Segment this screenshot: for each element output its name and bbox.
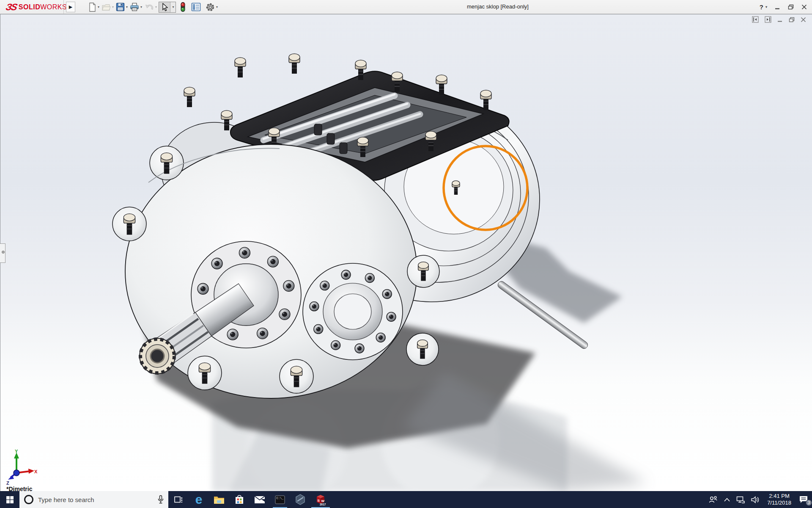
performance-button[interactable] [180,1,186,13]
tray-overflow-button[interactable] [723,498,731,502]
command-prompt-button[interactable]: C:\_ [270,491,290,508]
open-button[interactable]: ▾ [101,3,114,12]
hexagon-app-button[interactable] [290,491,310,508]
solidworks-taskbar-button[interactable]: S W 2017 [310,491,331,508]
taskbar: Type here to search e [0,491,812,508]
hexagon-app-icon [295,494,305,505]
cover-bolt [235,58,246,77]
options-button[interactable]: ▾ [205,2,218,12]
taskbar-search-box[interactable]: Type here to search [19,491,168,508]
new-document-button[interactable]: ▾ [88,2,100,12]
svg-text:2017: 2017 [320,502,326,505]
new-document-icon [88,3,96,12]
select-tool-dropdown[interactable]: ▾ [170,2,176,12]
solidworks-logo: ЗS SOLIDWORKS [6,1,67,13]
file-explorer-button[interactable] [209,491,229,508]
cover-bolt [289,54,300,74]
window-title: menjac sklop [Read-only] [467,3,529,10]
mail-icon [254,496,265,504]
print-button[interactable]: ▾ [129,2,143,12]
clock-date: 7/11/2018 [767,500,791,506]
solidworks-app-icon: S W 2017 [315,494,326,505]
graphics-viewport[interactable]: Y X Z *Dimetric [0,14,812,491]
bearing-hub-secondary [303,263,403,360]
cortana-icon [24,494,34,505]
quick-access-toolbar: ▾ ▾ ▾ [88,1,218,13]
performance-traffic-light-icon [180,2,186,12]
menu-flyout-button[interactable]: ▶ [66,2,75,12]
help-button[interactable]: ?▾ [760,3,767,11]
network-button[interactable] [735,496,746,503]
gearbox-3d-model[interactable] [0,14,812,491]
titlebar: ЗS SOLIDWORKS ▶ ▾ ▾ ▾ [0,0,812,14]
divider [63,0,64,14]
mail-button[interactable] [250,491,270,508]
undo-button[interactable]: ▾ [144,3,157,12]
cover-bolt [184,87,195,107]
notification-badge: 3 [806,500,812,506]
search-placeholder: Type here to search [38,496,153,503]
close-button[interactable] [801,4,807,10]
chevron-up-icon [724,498,730,502]
edge-icon: e [195,493,203,506]
microphone-icon [157,495,164,504]
windows-logo-icon [6,496,14,503]
store-icon [235,494,244,505]
clock[interactable]: 2:41 PM 7/11/2018 [765,493,794,506]
cover-bolt [480,90,491,110]
save-button[interactable]: ▾ [115,2,128,12]
start-button[interactable] [0,491,19,508]
options-gear-icon [206,3,215,12]
people-button[interactable] [707,496,719,503]
triad-x-label: X [34,469,38,474]
clock-time: 2:41 PM [769,493,789,499]
print-icon [130,3,139,11]
select-cursor-icon [161,3,168,11]
action-center-button[interactable]: 3 [798,495,809,504]
properties-list-icon [191,3,201,11]
window-controls: ?▾ [760,0,807,14]
triad-z-label: Z [6,480,9,486]
triad-y-label: Y [15,449,18,454]
solidworks-logo-glyph: ЗS [5,2,17,13]
network-icon [736,496,745,503]
save-icon [116,3,125,11]
undo-icon [144,3,154,11]
open-icon [102,3,111,11]
properties-button[interactable] [191,2,201,12]
command-prompt-icon: C:\_ [275,495,285,504]
select-tool-button[interactable]: ▾ [159,2,176,13]
orientation-triad: Y X Z [4,449,38,486]
minimize-button[interactable] [775,4,780,10]
store-button[interactable] [229,491,250,508]
speaker-icon [751,496,760,503]
edge-button[interactable]: e [189,491,209,508]
system-tray: 2:41 PM 7/11/2018 3 [707,491,812,508]
task-view-icon [174,496,183,503]
volume-button[interactable] [750,496,761,503]
file-explorer-icon [214,495,225,504]
restore-button[interactable] [788,4,794,10]
svg-text:S: S [318,499,320,502]
task-view-button[interactable] [168,491,189,508]
svg-text:C:\_: C:\_ [277,497,284,500]
people-icon [708,496,718,503]
